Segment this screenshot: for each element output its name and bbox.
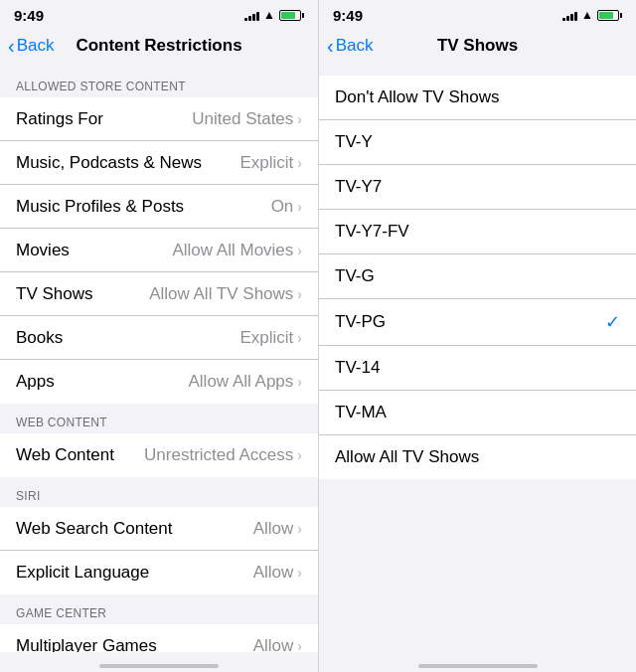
nav-title-right: TV Shows [437, 36, 518, 56]
label-tv14: TV-14 [335, 358, 380, 378]
value-web-search: Allow › [253, 519, 302, 539]
tv-item-tvy7[interactable]: TV-Y7 [319, 165, 636, 210]
label-tvma: TV-MA [335, 403, 387, 422]
list-group-store: Ratings For United States › Music, Podca… [0, 97, 318, 404]
value-movies: Allow All Movies › [172, 241, 302, 260]
list-item-web-content[interactable]: Web Content Unrestricted Access › [0, 433, 318, 477]
tv-item-tvy7fv[interactable]: TV-Y7-FV [319, 210, 636, 254]
list-group-web: Web Content Unrestricted Access › [0, 433, 318, 477]
section-header-web: WEB CONTENT [0, 404, 318, 433]
value-multiplayer: Allow › [253, 636, 302, 653]
tv-item-tvg[interactable]: TV-G [319, 254, 636, 299]
chevron-apps: › [297, 374, 302, 390]
status-time-left: 9:49 [14, 7, 44, 24]
back-button-right[interactable]: ‹ Back [327, 36, 373, 56]
right-screen: 9:49 ▲ ‹ Back TV Shows [318, 0, 636, 672]
list-item-books[interactable]: Books Explicit › [0, 316, 318, 360]
nav-title-left: Content Restrictions [76, 36, 241, 56]
list-item-apps[interactable]: Apps Allow All Apps › [0, 360, 318, 404]
home-indicator-right [319, 652, 636, 672]
value-apps: Allow All Apps › [188, 372, 302, 392]
list-item-music[interactable]: Music, Podcasts & News Explicit › [0, 141, 318, 185]
label-tv-shows: TV Shows [16, 284, 92, 304]
list-item-explicit-lang[interactable]: Explicit Language Allow › [0, 551, 318, 594]
label-multiplayer: Multiplayer Games [16, 636, 157, 653]
checkmark-tvpg: ✓ [605, 311, 620, 333]
left-screen: 9:49 ▲ ‹ Back Content Restrictions [0, 0, 318, 672]
label-music-profiles: Music Profiles & Posts [16, 197, 184, 217]
value-explicit-lang: Allow › [253, 563, 302, 583]
value-tv-shows: Allow All TV Shows › [149, 284, 302, 304]
value-music: Explicit › [239, 153, 302, 173]
label-tvy7: TV-Y7 [335, 177, 382, 197]
label-tvg: TV-G [335, 266, 375, 286]
label-books: Books [16, 328, 63, 348]
value-ratings-for: United States › [192, 109, 302, 129]
label-tvy: TV-Y [335, 132, 373, 152]
label-ratings-for: Ratings For [16, 109, 103, 129]
tv-item-tv14[interactable]: TV-14 [319, 346, 636, 391]
tv-item-tvy[interactable]: TV-Y [319, 120, 636, 165]
right-scroll-area[interactable]: Don't Allow TV Shows TV-Y TV-Y7 TV-Y7-FV… [319, 76, 636, 652]
top-gap [319, 68, 636, 76]
tv-list-group: Don't Allow TV Shows TV-Y TV-Y7 TV-Y7-FV… [319, 76, 636, 479]
status-time-right: 9:49 [333, 7, 363, 24]
nav-bar-right: ‹ Back TV Shows [319, 28, 636, 68]
home-bar-right [418, 664, 538, 668]
chevron-music: › [297, 155, 302, 171]
chevron-tv-shows: › [297, 286, 302, 302]
signal-icon-right [562, 9, 577, 21]
section-header-siri: SIRI [0, 477, 318, 507]
list-item-tv-shows[interactable]: TV Shows Allow All TV Shows › [0, 272, 318, 316]
status-icons-left: ▲ [244, 8, 304, 22]
nav-bar-left: ‹ Back Content Restrictions [0, 28, 318, 68]
list-item-multiplayer[interactable]: Multiplayer Games Allow › [0, 624, 318, 652]
chevron-movies: › [297, 243, 302, 258]
back-label-left: Back [17, 36, 55, 56]
back-button-left[interactable]: ‹ Back [8, 36, 54, 56]
tv-item-dont-allow[interactable]: Don't Allow TV Shows [319, 76, 636, 120]
back-chevron-left: ‹ [8, 36, 15, 56]
label-web-search: Web Search Content [16, 519, 173, 539]
list-item-web-search[interactable]: Web Search Content Allow › [0, 507, 318, 551]
back-chevron-right: ‹ [327, 36, 334, 56]
home-bar-left [99, 664, 219, 668]
home-indicator-left [0, 652, 318, 672]
list-group-siri: Web Search Content Allow › Explicit Lang… [0, 507, 318, 594]
tv-item-allow-all[interactable]: Allow All TV Shows [319, 435, 636, 479]
chevron-books: › [297, 330, 302, 346]
value-books: Explicit › [239, 328, 302, 348]
chevron-ratings-for: › [297, 111, 302, 127]
status-icons-right: ▲ [562, 8, 622, 22]
label-tvpg: TV-PG [335, 312, 386, 332]
list-item-ratings-for[interactable]: Ratings For United States › [0, 97, 318, 141]
label-apps: Apps [16, 372, 55, 392]
label-dont-allow: Don't Allow TV Shows [335, 87, 499, 107]
chevron-explicit-lang: › [297, 565, 302, 581]
list-item-movies[interactable]: Movies Allow All Movies › [0, 229, 318, 272]
chevron-web-content: › [297, 447, 302, 463]
section-header-store: ALLOWED STORE CONTENT [0, 68, 318, 97]
chevron-multiplayer: › [297, 638, 302, 653]
value-music-profiles: On › [271, 197, 302, 217]
left-scroll-area[interactable]: ALLOWED STORE CONTENT Ratings For United… [0, 68, 318, 652]
label-tvy7fv: TV-Y7-FV [335, 222, 409, 242]
battery-icon [279, 10, 304, 21]
back-label-right: Back [336, 36, 374, 56]
list-item-music-profiles[interactable]: Music Profiles & Posts On › [0, 185, 318, 229]
label-web-content: Web Content [16, 445, 114, 465]
status-bar-left: 9:49 ▲ [0, 0, 318, 28]
tv-item-tvpg[interactable]: TV-PG ✓ [319, 299, 636, 346]
tv-item-tvma[interactable]: TV-MA [319, 391, 636, 435]
status-bar-right: 9:49 ▲ [319, 0, 636, 28]
label-music: Music, Podcasts & News [16, 153, 202, 173]
wifi-icon: ▲ [263, 8, 275, 22]
value-web-content: Unrestricted Access › [144, 445, 302, 465]
wifi-icon-right: ▲ [581, 8, 593, 22]
signal-icon [244, 9, 259, 21]
label-allow-all: Allow All TV Shows [335, 447, 479, 467]
chevron-web-search: › [297, 521, 302, 537]
list-group-game: Multiplayer Games Allow › Adding Friends… [0, 624, 318, 652]
section-header-game: GAME CENTER [0, 594, 318, 624]
label-explicit-lang: Explicit Language [16, 563, 149, 583]
